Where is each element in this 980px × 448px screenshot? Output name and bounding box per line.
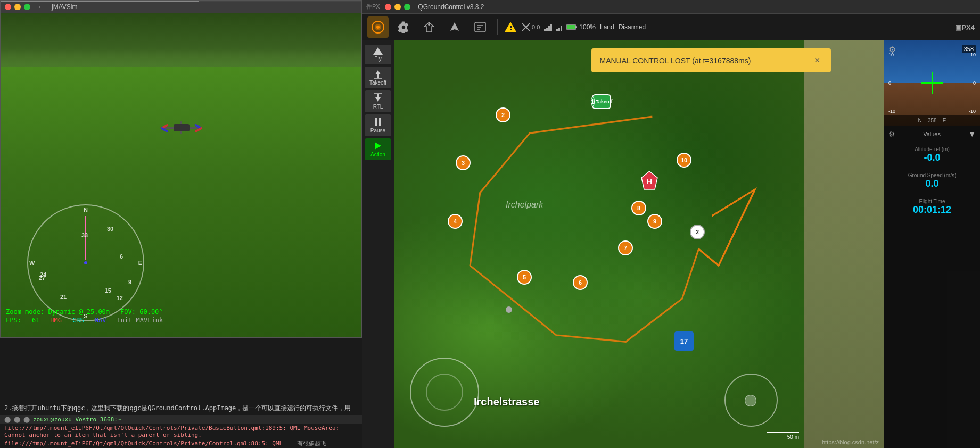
- takeoff-btn[interactable]: Takeoff: [365, 67, 391, 88]
- waypoint-2[interactable]: 2: [496, 107, 510, 122]
- compass-east: E: [138, 260, 142, 266]
- qgc-logo-btn[interactable]: [367, 16, 389, 38]
- wp1-circle: 1: [591, 97, 595, 106]
- svg-text:H: H: [647, 177, 652, 186]
- terminal-line-2: file:///tmp/.mount_eIiP6F/Qt/qml/QtQuick…: [0, 439, 362, 448]
- signal-bars-1: [544, 23, 552, 31]
- waypoint-7[interactable]: 7: [618, 240, 633, 255]
- telem-settings-btn[interactable]: ⚙: [888, 130, 895, 138]
- ground-speed-row: Ground Speed (m/s) 0.0: [888, 172, 976, 189]
- pitch-left-zero: 0: [888, 80, 899, 86]
- alert-close-btn[interactable]: ×: [812, 55, 822, 66]
- ground-speed-value: 0.0: [888, 178, 976, 189]
- scale-line: [767, 432, 799, 433]
- svg-rect-4: [475, 22, 485, 32]
- terminal-dot2: ⬤: [14, 416, 20, 423]
- qgc-right-panel: 10 0 -10 10 0 -10 358 N 358 E: [884, 40, 980, 448]
- telem-divider-2: [888, 169, 976, 169]
- qgc-max-btn[interactable]: [404, 4, 410, 10]
- pitch-right-down: -10: [965, 109, 976, 114]
- waypoint-17[interactable]: 17: [674, 331, 694, 351]
- fly-btn[interactable]: Fly: [365, 45, 391, 64]
- adi-compass-strip: N 358 E: [884, 115, 980, 126]
- arm-status: Disarmed: [619, 23, 646, 31]
- qgc-close-btn[interactable]: [385, 4, 391, 10]
- rtl-btn[interactable]: RTL: [365, 90, 391, 112]
- waypoint-9[interactable]: 9: [647, 214, 662, 229]
- terminal-dot1: ⬤: [4, 416, 11, 423]
- jmavsim-viewport: N S E W 30 33 6 9 12 15 21 24 27 Zoom mo…: [1, 13, 361, 337]
- terminal-text-1: file:///tmp/.mount_eIiP6F/Qt/qml/QtQuick…: [4, 425, 339, 438]
- jmavsim-max-btn[interactable]: [24, 4, 30, 10]
- fly-label: Fly: [374, 56, 381, 62]
- rc-icon: [521, 22, 531, 32]
- waypoint-6[interactable]: 6: [573, 275, 588, 290]
- waypoint-4[interactable]: 4: [448, 214, 463, 229]
- jmavsim-statusbar: Zoom mode: Dynamic @ 25.00m FOV: 60.00° …: [6, 308, 356, 324]
- adi-gear-btn[interactable]: ⚙: [888, 45, 896, 55]
- home-marker[interactable]: H: [640, 170, 658, 193]
- jmavsim-titlebar: ← jMAVSim: [1, 1, 361, 13]
- qgc-map[interactable]: MANUAL CONTROL LOST (at t=3167888ms) × 1…: [394, 40, 884, 448]
- pause-icon: [374, 117, 382, 127]
- attitude-indicator: 10 0 -10 10 0 -10 358 N 358 E: [884, 40, 980, 126]
- qgc-min-btn[interactable]: [394, 4, 401, 10]
- adi-scale-right: 10 0 -10: [965, 40, 976, 126]
- telem-divider-3: [888, 195, 976, 195]
- home-icon: H: [640, 170, 658, 190]
- warning-group: [504, 21, 517, 34]
- waypoint-8[interactable]: 8: [631, 201, 646, 215]
- pause-btn[interactable]: Pause: [365, 114, 391, 136]
- svg-rect-11: [575, 26, 577, 28]
- toolbar-separator: [497, 19, 498, 35]
- zoom-mode: Zoom mode: Dynamic @ 25.00m: [6, 308, 110, 316]
- blog-text: 2.接着打开ubuntu下的qgc，这里我下载的qgc是QGroundContr…: [4, 404, 351, 412]
- telem-expand-btn[interactable]: ▼: [968, 130, 976, 138]
- jmavsim-window: ← jMAVSim N S: [0, 0, 362, 338]
- waypoint-10[interactable]: 10: [677, 153, 691, 168]
- jmavsim-min-btn[interactable]: [14, 4, 21, 10]
- altitude-row: Altitude-rel (m) -0.0: [888, 146, 976, 163]
- flight-time-label: Flight Time: [888, 198, 976, 204]
- plan-btn[interactable]: [470, 16, 491, 38]
- jmavsim-close-btn[interactable]: [5, 4, 11, 10]
- action-btn[interactable]: Action: [365, 138, 391, 160]
- sig-bar-3: [548, 26, 550, 31]
- fly-plan-btn[interactable]: [444, 16, 465, 38]
- hmg-label: HMG: [50, 317, 62, 324]
- compass-north: N: [84, 206, 88, 213]
- progress-bar: [1, 1, 361, 2]
- compass-strip-label: N 358 E: [918, 118, 946, 123]
- compass-num-30: 30: [107, 226, 113, 232]
- scale-bar: 50 m: [767, 432, 799, 440]
- settings-btn[interactable]: [393, 16, 414, 38]
- px4-text: ▣PX4: [955, 23, 975, 31]
- joystick-dot-right: [745, 395, 756, 406]
- fly-text: 有很多起飞: [297, 440, 326, 447]
- signal-bars-2: [556, 23, 562, 31]
- waypoint-badge-2[interactable]: 2: [690, 225, 705, 239]
- px4-logo: ▣PX4: [955, 23, 975, 31]
- compass-ring: N S E W 30 33 6 9 12 15 21 24 27: [27, 204, 144, 321]
- fps-value: 61: [32, 317, 39, 324]
- waypoint-5[interactable]: 5: [517, 270, 532, 285]
- sig-bar-1: [544, 29, 546, 31]
- wp1-label: Takeoff: [596, 99, 612, 104]
- nav-label: NAV: [95, 317, 106, 324]
- waypoint-1-takeoff[interactable]: 1 Takeoff: [592, 94, 611, 109]
- action-label: Action: [370, 152, 385, 157]
- warning-icon: [504, 21, 517, 34]
- waypoint-3[interactable]: 3: [456, 155, 471, 170]
- drone-model: [160, 120, 203, 136]
- vehicle-btn[interactable]: [418, 16, 440, 38]
- battery-pct: 100%: [579, 23, 596, 31]
- circle-target-left-inner: [426, 374, 463, 411]
- svg-marker-17: [375, 142, 381, 150]
- telem-values-label: Values: [923, 131, 941, 137]
- compass-num-33: 33: [81, 232, 88, 238]
- sig-bar-2: [546, 28, 548, 31]
- telemetry-panel: ⚙ Values ▼ Altitude-rel (m) -0.0 Ground …: [884, 126, 980, 448]
- drone-body: [174, 124, 190, 131]
- pitch-left-down: -10: [888, 109, 899, 114]
- jmavsim-back-btn[interactable]: ←: [38, 3, 44, 11]
